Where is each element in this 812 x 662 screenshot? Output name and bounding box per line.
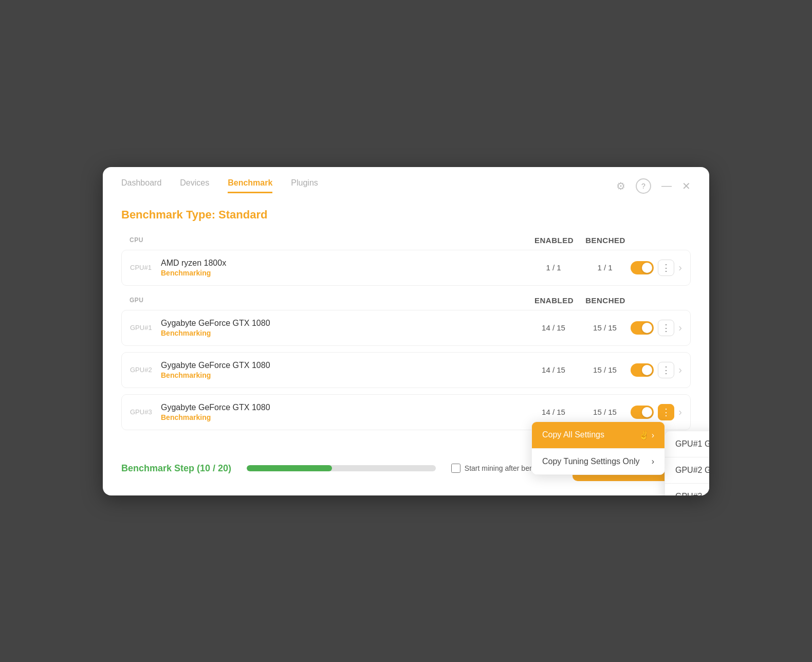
gpu-enabled-3: 14 / 15 [528,408,579,416]
cpu-dots-btn-1[interactable]: ⋮ [658,260,674,276]
progress-bar-fill [247,465,331,471]
gpu-benched-1: 15 / 15 [579,323,631,332]
header: Dashboard Devices Benchmark Plugins ⚙ ? … [103,167,709,194]
gpu-id-2: GPU#2 [130,366,161,374]
cpu-benched-header: BENCHED [580,236,631,245]
gpu-enabled-2: 14 / 15 [528,365,579,374]
copy-all-icons: ✌ › [639,430,654,440]
help-button[interactable]: ? [636,178,651,194]
tab-devices[interactable]: Devices [180,178,209,193]
gpu-chevron-btn-2[interactable]: › [678,364,682,376]
tab-benchmark[interactable]: Benchmark [228,178,272,193]
tab-dashboard[interactable]: Dashboard [121,178,161,193]
copy-tuning-chevron: › [652,457,654,466]
context-item-gpu3[interactable]: GPU#3 Gygabyte GeForce ... [665,484,709,495]
gpu-status-2: Benchmarking [161,371,528,379]
gpu-benched-3: 15 / 15 [579,408,631,416]
gpu-chevron-btn-3[interactable]: › [678,406,682,418]
gpu-toggle-1[interactable] [631,321,654,335]
gpu-id-3: GPU#3 [130,408,161,416]
start-mining-checkbox[interactable] [451,464,460,473]
gpu-status-1: Benchmarking [161,329,528,337]
cpu-id-1: CPU#1 [130,264,161,271]
gpu-info-2: Gygabyte GeForce GTX 1080 Benchmarking [161,361,528,379]
gpu-enabled-1: 14 / 15 [528,323,579,332]
gpu-dots-btn-2[interactable]: ⋮ [658,362,674,378]
gpu-card-3: GPU#3 Gygabyte GeForce GTX 1080 Benchmar… [121,394,691,430]
gpu-name-2: Gygabyte GeForce GTX 1080 [161,361,528,370]
header-actions: ⚙ ? — ✕ [616,178,691,194]
cpu-section-header: CPU ENABLED BENCHED [121,236,691,245]
copy-tuning-btn[interactable]: Copy Tuning Settings Only › [532,449,665,474]
minimize-button[interactable]: — [661,180,672,192]
settings-button[interactable]: ⚙ [616,180,625,192]
cpu-status-1: Benchmarking [161,269,528,277]
nav-tabs: Dashboard Devices Benchmark Plugins [121,178,318,193]
cpu-enabled-1: 1 / 1 [528,263,579,272]
context-item-gpu2[interactable]: GPU#2 Gygabyte GeForce ... [665,457,709,483]
gpu-info-3: Gygabyte GeForce GTX 1080 Benchmarking [161,403,528,421]
gpu-dots-btn-3[interactable]: ⋮ [658,404,674,420]
gpu-card-2: GPU#2 Gygabyte GeForce GTX 1080 Benchmar… [121,352,691,388]
gpu-benched-2: 15 / 15 [579,365,631,374]
copy-all-label: Copy All Settings [542,430,604,439]
gpu-status-3: Benchmarking [161,413,528,421]
main-content: Benchmark Type: Standard CPU ENABLED BEN… [103,194,709,451]
gpu-id-1: GPU#1 [130,324,161,332]
gpu-label: GPU [130,297,528,304]
gpu-card-1: GPU#1 Gygabyte GeForce GTX 1080 Benchmar… [121,310,691,346]
gpu-toggle-3[interactable] [631,406,654,419]
gpu-actions-3: ⋮ › [631,404,682,420]
gpu-section: GPU ENABLED BENCHED GPU#1 Gygabyte GeFor… [121,296,691,430]
cpu-info-1: AMD ryzen 1800x Benchmarking [161,259,528,277]
copy-tuning-label: Copy Tuning Settings Only [542,457,639,466]
context-item-gpu1[interactable]: GPU#1 Gygabyte GeForce ... [665,431,709,457]
cpu-benched-1: 1 / 1 [579,263,631,272]
gpu-toggle-2[interactable] [631,363,654,377]
cpu-toggle-1[interactable] [631,261,654,274]
close-button[interactable]: ✕ [682,180,691,192]
cpu-card-1: CPU#1 AMD ryzen 1800x Benchmarking 1 / 1… [121,250,691,286]
gpu-actions-2: ⋮ › [631,362,682,378]
gpu-section-header: GPU ENABLED BENCHED [121,296,691,305]
tab-plugins[interactable]: Plugins [291,178,318,193]
gpu-chevron-btn-1[interactable]: › [678,322,682,334]
gpu-context-menu: GPU#1 Gygabyte GeForce ... GPU#2 Gygabyt… [665,431,709,495]
cpu-section: CPU ENABLED BENCHED CPU#1 AMD ryzen 1800… [121,236,691,286]
cpu-enabled-header: ENABLED [528,236,580,245]
main-window: Dashboard Devices Benchmark Plugins ⚙ ? … [103,167,709,495]
gpu-benched-header: BENCHED [580,296,631,305]
gpu-name-1: Gygabyte GeForce GTX 1080 [161,319,528,328]
cpu-name-1: AMD ryzen 1800x [161,259,528,268]
progress-bar [247,465,436,471]
gpu-dots-btn-1[interactable]: ⋮ [658,320,674,336]
copy-submenu: Copy All Settings ✌ › Copy Tuning Settin… [531,421,665,475]
copy-all-settings-btn[interactable]: Copy All Settings ✌ › [532,422,665,448]
benchmark-type-label: Benchmark Type: Standard [121,208,691,222]
cpu-label: CPU [130,236,528,244]
gpu-name-3: Gygabyte GeForce GTX 1080 [161,403,528,412]
gpu-actions-1: ⋮ › [631,320,682,336]
cpu-chevron-btn-1[interactable]: › [678,262,682,273]
gpu-enabled-header: ENABLED [528,296,580,305]
benchmark-step-label: Benchmark Step (10 / 20) [121,463,231,474]
gpu-info-1: Gygabyte GeForce GTX 1080 Benchmarking [161,319,528,337]
cpu-actions-1: ⋮ › [631,260,682,276]
